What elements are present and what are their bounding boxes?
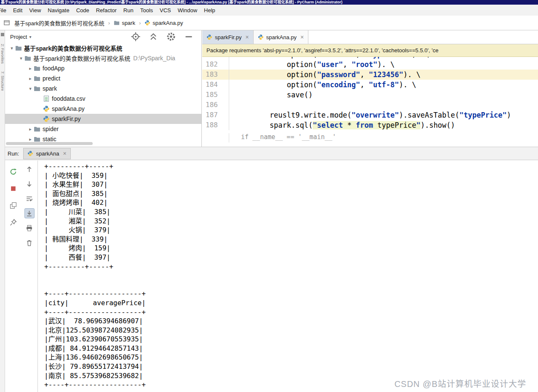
scroll-down-button[interactable] [24, 179, 35, 189]
code-line-188[interactable]: 188 spark.sql("select * from typePrice")… [202, 120, 538, 130]
python-icon [145, 20, 150, 26]
run-tab-sparkana[interactable]: sparkAna × [23, 148, 70, 159]
folder-icon [34, 126, 40, 132]
code-line-text [229, 100, 235, 110]
code-segment: , [360, 70, 369, 79]
project-panel-header: Project ▾ [5, 30, 201, 43]
menu-item-navigate[interactable]: Navigate [44, 7, 72, 13]
console-line: +----+------------------+ [44, 289, 538, 298]
chevron-down-icon[interactable]: ▾ [18, 56, 24, 61]
hide-icon[interactable] [184, 32, 194, 42]
chevron-down-icon[interactable]: ▾ [27, 86, 34, 91]
console-line: | 川菜| 385| [44, 207, 538, 217]
tree-item-folder-predict[interactable]: ▸predict [5, 73, 201, 83]
menu-item-edit[interactable]: Edit [10, 7, 26, 13]
tool-window-stripe-tab[interactable]: 2: Favorites [0, 44, 5, 64]
breadcrumb-label: 基于spark的美食数据分析可视化系统 [14, 19, 104, 27]
settings-icon[interactable] [166, 32, 176, 42]
code-line-text: option("user", "root"). \ [229, 59, 395, 70]
project-tree: ▾基于spark的美食数据分析可视化系统▾基于spark的美食数据分析可视化系统… [5, 43, 201, 144]
console-output[interactable]: +---------+-----+| 小吃快餐| 359|| 水果生鲜| 307… [38, 161, 538, 392]
code-line-text: save() [229, 90, 313, 100]
tree-item-folder-spider[interactable]: ▸spider [5, 124, 201, 134]
rerun-button[interactable] [8, 166, 18, 177]
code-line-187[interactable]: 187 reuslt9.write.mode("overwrite").save… [202, 110, 538, 120]
project-panel-title-label: Project [10, 34, 27, 40]
code-line-182[interactable]: 182 option("user", "root"). \ [202, 59, 538, 70]
console-line: |长沙| 79.89655172413794| [44, 362, 538, 371]
project-panel-title[interactable]: Project ▾ [10, 34, 32, 40]
code-segment: save() [235, 91, 313, 99]
project-panel-toolbar [131, 32, 194, 42]
chevron-right-icon[interactable]: ▸ [27, 126, 34, 132]
breadcrumb-separator-icon: › [105, 20, 113, 26]
close-icon[interactable]: × [300, 34, 304, 40]
menu-item-run[interactable]: Run [120, 7, 137, 13]
code-line-184[interactable]: 184 option("encoding", "utf-8"). \ [202, 80, 538, 90]
tree-item-folder-foodapp[interactable]: ▸foodApp [5, 63, 201, 73]
locate-icon[interactable] [131, 32, 141, 42]
chevron-down-icon[interactable]: ▾ [8, 46, 15, 51]
tree-item-file-sparkfir-py[interactable]: sparkFir.py [5, 114, 201, 124]
tool-window-stripe-tab[interactable]: 7: Structure [0, 71, 5, 91]
close-icon[interactable]: × [246, 34, 249, 40]
collapse-all-icon[interactable] [148, 32, 158, 42]
tree-item-project-root[interactable]: ▾基于spark的美食数据分析可视化系统 [5, 43, 201, 53]
breadcrumb: 基于spark的美食数据分析可视化系统›spark›sparkAna.py [0, 16, 538, 30]
menu-item-refactor[interactable]: Refactor [93, 7, 120, 13]
breadcrumb-item[interactable]: 基于spark的美食数据分析可视化系统 [13, 19, 105, 27]
horizontal-scrollbar[interactable] [6, 142, 93, 145]
restore-layout-button[interactable] [8, 200, 18, 210]
package-requirements-banner[interactable]: Package requirements 'absl-py==2.1.0', '… [202, 44, 538, 57]
console-line: +---------+-----+ [44, 262, 538, 271]
pin-button[interactable] [8, 217, 18, 227]
menu-item-help[interactable]: Help [201, 7, 219, 13]
menu-item-vcs[interactable]: VCS [156, 7, 174, 13]
line-number: 187 [202, 110, 229, 120]
scroll-to-end-icon [26, 210, 33, 217]
tree-item-label: static [43, 136, 56, 142]
menu-item-view[interactable]: View [26, 7, 44, 13]
print-button[interactable] [24, 223, 35, 233]
chevron-right-icon[interactable]: ▸ [27, 137, 34, 142]
tree-item-folder-spark[interactable]: ▾spark [5, 83, 201, 94]
editor-window-icon [3, 19, 10, 26]
editor-tab-sparkfir-py[interactable]: sparkFir.py× [202, 30, 254, 44]
editor-tab-sparkana-py[interactable]: sparkAna.py× [254, 30, 308, 44]
console-line: | 西餐| 397| [44, 253, 538, 262]
code-line-text: option("password", "123456"). \ [229, 70, 420, 80]
menu-item-code[interactable]: Code [73, 7, 93, 13]
soft-wrap-button[interactable] [24, 193, 35, 204]
code-line-185[interactable]: 185 save() [202, 90, 538, 100]
breadcrumb-item[interactable]: spark [113, 20, 136, 26]
code-line-186[interactable]: 186 [202, 100, 538, 110]
project-stripe-icon[interactable] [1, 33, 4, 36]
menu-item-tools[interactable]: Tools [137, 7, 156, 13]
tree-item-file-fooddata-csv[interactable]: fooddata.csv [5, 94, 201, 104]
chevron-right-icon[interactable]: ▸ [27, 66, 34, 71]
scroll-to-end-button[interactable] [24, 208, 35, 218]
close-icon[interactable]: × [63, 150, 66, 157]
code-area[interactable]: 181 option("dbtable", "typePrice"). \182… [202, 49, 538, 147]
tree-item-label: sparkFir.py [52, 115, 80, 122]
code-segment: option( [235, 81, 317, 89]
code-line-next: if __name__ == '__main__' [202, 133, 538, 142]
folder-icon [15, 45, 22, 51]
code-segment: option( [235, 70, 317, 79]
scroll-up-button[interactable] [24, 164, 35, 174]
tree-item-file-sparkana-py[interactable]: sparkAna.py [5, 104, 201, 114]
left-tool-stripe: 2: Favorites7: Structure [0, 30, 5, 392]
code-line-183[interactable]: 183 option("password", "123456"). \ [202, 70, 538, 80]
clear-button[interactable] [24, 238, 35, 248]
run-panel: Run: sparkAna × +---------+-----+| 小吃快餐|… [5, 147, 538, 392]
breadcrumb-item[interactable]: sparkAna.py [144, 20, 184, 26]
code-segment: ). \ [403, 70, 420, 79]
stop-button[interactable] [8, 183, 18, 193]
menu-item-window[interactable]: Window [174, 7, 201, 13]
console-line: |成都| 84.91294642857143| [44, 344, 538, 353]
chevron-right-icon[interactable]: ▸ [27, 76, 34, 81]
tree-item-content-root[interactable]: ▾基于spark的美食数据分析可视化系统D:\PySpark_Dia [5, 53, 201, 63]
run-tool-window-header: Run: sparkAna × [5, 147, 538, 160]
code-segment: typePrice [373, 121, 416, 129]
menu-item-file[interactable]: File [0, 7, 10, 13]
